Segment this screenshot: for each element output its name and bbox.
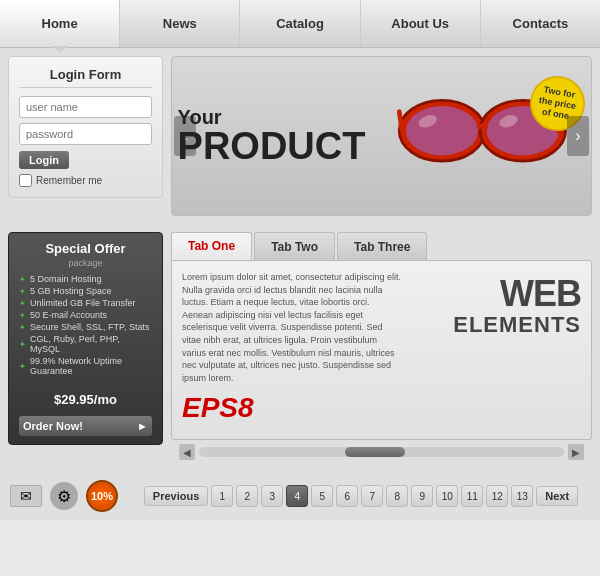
feature-list: 5 Domain Hosting 5 GB Hosting Space Unli…	[19, 274, 152, 376]
navigation: Home News Catalog About Us Contacts	[0, 0, 600, 48]
tab-content-area: Lorem ipsum dolor sit amet, consectetur …	[171, 260, 592, 440]
login-button[interactable]: Login	[19, 151, 69, 169]
hero-content: Your PRODUCT	[172, 57, 591, 215]
feature-item: 5 Domain Hosting	[19, 274, 152, 284]
nav-contacts[interactable]: Contacts	[481, 0, 600, 47]
mail-icon[interactable]: ✉	[10, 485, 42, 507]
password-input[interactable]	[19, 123, 152, 145]
second-content-row: Special Offer package 5 Domain Hosting 5…	[0, 224, 600, 472]
special-offer-subtitle: package	[19, 258, 152, 268]
special-offer-box: Special Offer package 5 Domain Hosting 5…	[8, 232, 163, 445]
page-10[interactable]: 10	[436, 485, 458, 507]
page-7[interactable]: 7	[361, 485, 383, 507]
main-content-row: Login Form Login Remember me ‹ Your PROD…	[0, 48, 600, 224]
feature-item: Secure Shell, SSL, FTP, Stats	[19, 322, 152, 332]
tab-one-button[interactable]: Tab One	[171, 232, 252, 260]
page-2[interactable]: 2	[236, 485, 258, 507]
hero-your-text: Your PRODUCT	[178, 107, 366, 165]
percent-icon[interactable]: 10%	[86, 480, 118, 512]
svg-point-1	[406, 106, 478, 155]
hero-slider: ‹ Your PRODUCT	[171, 56, 592, 216]
tab-header: Tab One Tab Two Tab Three	[171, 232, 592, 260]
web-elements-block: WEB ELEMENTS	[453, 276, 581, 338]
tab-three-button[interactable]: Tab Three	[337, 232, 427, 260]
tab-panel: Tab One Tab Two Tab Three Lorem ipsum do…	[171, 232, 592, 464]
glasses-image: Two for the price of one	[385, 81, 575, 191]
remember-me-row: Remember me	[19, 174, 152, 187]
feature-item: 5 GB Hosting Space	[19, 286, 152, 296]
feature-item: Unlimited GB File Transfer	[19, 298, 152, 308]
scroll-right-arrow[interactable]: ▶	[568, 444, 584, 460]
nav-contacts-label: Contacts	[513, 16, 569, 31]
feature-item: 50 E-mail Accounts	[19, 310, 152, 320]
page-1[interactable]: 1	[211, 485, 233, 507]
feature-item: CGL, Ruby, Perl, PHP, MySQL	[19, 334, 152, 354]
footer-row: ✉ ⚙ 10% Previous 1 2 3 4 5 6 7 8 9 10 11…	[0, 472, 600, 520]
username-input[interactable]	[19, 96, 152, 118]
page-12[interactable]: 12	[486, 485, 508, 507]
tab-body-text: Lorem ipsum dolor sit amet, consectetur …	[182, 271, 401, 384]
left-panel: Login Form Login Remember me	[8, 56, 163, 216]
special-offer-title: Special Offer	[19, 241, 152, 256]
nav-catalog-label: Catalog	[276, 16, 324, 31]
page-4[interactable]: 4	[286, 485, 308, 507]
page-3[interactable]: 3	[261, 485, 283, 507]
page-8[interactable]: 8	[386, 485, 408, 507]
page-6[interactable]: 6	[336, 485, 358, 507]
nav-news[interactable]: News	[120, 0, 240, 47]
feature-item: 99.9% Network Uptime Guarantee	[19, 356, 152, 376]
login-form-title: Login Form	[19, 67, 152, 88]
nav-news-label: News	[163, 16, 197, 31]
page-13[interactable]: 13	[511, 485, 533, 507]
gear-icon[interactable]: ⚙	[50, 482, 78, 510]
scrollbar-row: ◀ ▶	[171, 440, 592, 464]
remember-label: Remember me	[36, 175, 102, 186]
special-offer-panel: Special Offer package 5 Domain Hosting 5…	[8, 232, 163, 445]
page-11[interactable]: 11	[461, 485, 483, 507]
order-now-button[interactable]: Order Now! ►	[19, 416, 152, 436]
page-5[interactable]: 5	[311, 485, 333, 507]
slider-next-arrow[interactable]: ›	[567, 116, 589, 156]
nav-about[interactable]: About Us	[361, 0, 481, 47]
svg-line-4	[400, 112, 403, 131]
nav-home[interactable]: Home	[0, 0, 120, 47]
scrollbar-thumb[interactable]	[345, 447, 405, 457]
web-text: WEB	[453, 276, 581, 312]
remember-checkbox[interactable]	[19, 174, 32, 187]
pagination: Previous 1 2 3 4 5 6 7 8 9 10 11 12 13 N…	[132, 485, 590, 507]
login-form-box: Login Form Login Remember me	[8, 56, 163, 198]
scrollbar-track[interactable]	[199, 447, 564, 457]
previous-button[interactable]: Previous	[144, 486, 208, 506]
page-9[interactable]: 9	[411, 485, 433, 507]
price-display: $29.95/mo	[19, 382, 152, 410]
nav-catalog[interactable]: Catalog	[240, 0, 360, 47]
tab-two-button[interactable]: Tab Two	[254, 232, 335, 260]
eps8-text: EPS8	[182, 392, 581, 424]
nav-home-label: Home	[42, 16, 78, 31]
next-button[interactable]: Next	[536, 486, 578, 506]
footer-icons: ✉ ⚙ 10%	[10, 480, 118, 512]
elements-text: ELEMENTS	[453, 312, 581, 338]
scroll-left-arrow[interactable]: ◀	[179, 444, 195, 460]
nav-about-label: About Us	[391, 16, 449, 31]
